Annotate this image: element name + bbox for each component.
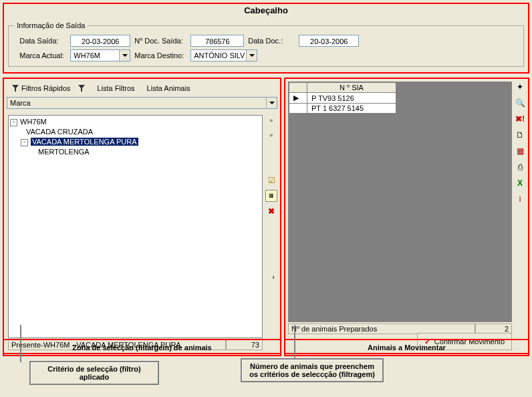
left-filter-panel: Filtros Rápidos Lista Filtros Lista Anim… bbox=[3, 78, 281, 354]
new-icon[interactable]: 🗋 bbox=[515, 130, 525, 140]
grid-icon[interactable]: ▦ bbox=[515, 146, 525, 156]
tab-bar: Filtros Rápidos Lista Filtros Lista Anim… bbox=[7, 82, 277, 95]
input-data-saida[interactable]: 20-03-2006 bbox=[70, 35, 130, 47]
combo-tree-value: Marca bbox=[7, 98, 266, 108]
tab-lista-filtros[interactable]: Lista Filtros bbox=[92, 83, 140, 94]
filter-icon bbox=[78, 85, 85, 92]
callout-leader-line bbox=[294, 325, 295, 362]
tab-label: Filtros Rápidos bbox=[21, 84, 70, 92]
tab-filter-separator bbox=[77, 84, 90, 93]
combo-marca-actual-value: WH76M bbox=[71, 50, 119, 61]
chevron-down-icon[interactable] bbox=[119, 50, 130, 61]
info-saida-fieldset: Informação de Saída Data Saída: 20-03-20… bbox=[8, 21, 524, 67]
tab-lista-animais[interactable]: Lista Animais bbox=[142, 83, 196, 94]
callout-animais-mov: Animais a Movimentar bbox=[368, 344, 446, 352]
callout-zona-seleccao-box: Zona de selecção (filtargem) de animais bbox=[3, 339, 281, 356]
grid-area: N º SIA ▶ P TV93 5126 PT 1 6327 5145 bbox=[288, 82, 512, 322]
info-icon[interactable]: i bbox=[515, 194, 525, 205]
label-n-doc-saida: Nº Doc. Saída: bbox=[134, 37, 186, 45]
combo-tree-type[interactable]: Marca bbox=[7, 97, 277, 109]
left-toolbar: ▫ ▫ ☑ ▦ ✖ bbox=[265, 115, 277, 217]
input-n-doc-saida[interactable]: 786576 bbox=[190, 35, 244, 47]
table-row[interactable]: ▶ P TV93 5126 bbox=[289, 93, 396, 104]
combo-marca-actual[interactable]: WH76M bbox=[70, 49, 130, 61]
expand-right-icon[interactable]: › bbox=[272, 273, 275, 281]
tree-item-selected[interactable]: VACADA MERTOLENGA PURA bbox=[31, 138, 138, 146]
right-animals-panel: N º SIA ▶ P TV93 5126 PT 1 6327 5145 ✦ 🔍… bbox=[284, 78, 529, 354]
tree-collapse-icon[interactable]: - bbox=[10, 119, 17, 126]
tree-view[interactable]: -WH76M VACADA CRUZADA -VACADA MERTOLENGA… bbox=[8, 115, 263, 338]
header-panel: Cabeçalho Informação de Saída Data Saída… bbox=[3, 3, 529, 74]
header-title: Cabeçalho bbox=[4, 5, 528, 15]
binoculars-icon[interactable]: 🔍 bbox=[515, 98, 525, 108]
callout-numero: Número de animais que preenchem os crité… bbox=[241, 358, 384, 382]
tab-label: Lista Animais bbox=[147, 84, 190, 92]
row-marker-icon: ▶ bbox=[289, 93, 307, 104]
input-data-doc[interactable]: 20-03-2006 bbox=[299, 35, 359, 47]
label-marca-actual: Marca Actual: bbox=[19, 51, 66, 59]
combo-marca-destino[interactable]: ANTÓNIO SILV bbox=[190, 49, 257, 61]
wand-icon[interactable]: ✦ bbox=[515, 82, 525, 92]
tree-item[interactable]: MERTOLENGA bbox=[38, 148, 90, 156]
chevron-down-icon[interactable] bbox=[266, 98, 277, 108]
delete-icon[interactable]: ✖! bbox=[515, 114, 525, 124]
cell-sia[interactable]: P TV93 5126 bbox=[307, 93, 396, 104]
chevron-down-icon[interactable] bbox=[246, 50, 257, 61]
toolbar-btn-small2[interactable]: ▫ bbox=[266, 130, 277, 140]
toolbar-btn-small1[interactable]: ▫ bbox=[266, 115, 277, 126]
label-data-saida: Data Saída: bbox=[19, 37, 66, 45]
table-row[interactable]: PT 1 6327 5145 bbox=[289, 104, 396, 114]
filter-icon bbox=[12, 85, 19, 92]
grid-corner bbox=[289, 83, 307, 93]
callout-criterio: Critério de selecção (filtro) aplicado bbox=[29, 361, 159, 385]
animals-grid[interactable]: N º SIA ▶ P TV93 5126 PT 1 6327 5145 bbox=[289, 82, 396, 114]
tree-item[interactable]: VACADA CRUZADA bbox=[26, 128, 93, 136]
tab-filtros-rapidos[interactable]: Filtros Rápidos bbox=[7, 83, 76, 94]
tree-collapse-icon[interactable]: - bbox=[21, 139, 28, 146]
combo-marca-destino-value: ANTÓNIO SILV bbox=[191, 50, 246, 61]
callout-zona-seleccao: Zona de selecção (filtargem) de animais bbox=[72, 344, 211, 352]
row-marker bbox=[289, 104, 307, 114]
tree-root[interactable]: WH76M bbox=[20, 118, 47, 126]
fieldset-legend: Informação de Saída bbox=[14, 21, 88, 29]
label-marca-destino: Marca Destino: bbox=[134, 51, 186, 59]
callout-leader-line bbox=[20, 325, 21, 362]
excel-icon[interactable]: X bbox=[515, 178, 525, 188]
print-icon[interactable]: ⎙ bbox=[515, 162, 525, 172]
callout-animais-mov-box: Animais a Movimentar bbox=[284, 339, 529, 356]
toolbar-btn-check[interactable]: ☑ bbox=[266, 175, 277, 186]
tab-label: Lista Filtros bbox=[97, 84, 134, 92]
calculator-icon[interactable]: ▦ bbox=[265, 190, 277, 202]
right-toolbar: ✦ 🔍 ✖! 🗋 ▦ ⎙ X i bbox=[514, 82, 526, 205]
cell-sia[interactable]: PT 1 6327 5145 bbox=[307, 104, 396, 114]
grid-header-sia[interactable]: N º SIA bbox=[307, 83, 396, 93]
label-data-doc: Data Doc.: bbox=[248, 37, 295, 45]
delete-icon[interactable]: ✖ bbox=[266, 206, 277, 217]
